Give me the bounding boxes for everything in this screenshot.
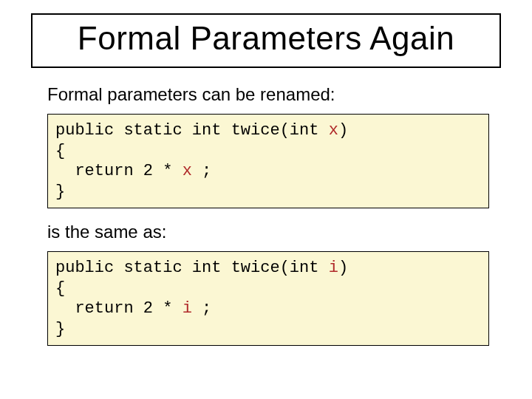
- slide: Formal Parameters Again Formal parameter…: [0, 0, 532, 399]
- code1-sig-suffix: ): [338, 121, 348, 140]
- code1-return-suffix: ;: [192, 162, 211, 180]
- title-box: Formal Parameters Again: [31, 13, 501, 68]
- code2-param: i: [329, 259, 338, 277]
- code-block-1: public static int twice(int x) { return …: [47, 114, 489, 208]
- slide-title: Formal Parameters Again: [46, 21, 486, 56]
- code1-sig-prefix: public static int twice(int: [55, 121, 329, 140]
- code2-return-prefix: return 2 *: [55, 299, 183, 318]
- code2-sig-prefix: public static int twice(int: [55, 259, 329, 277]
- code1-open-brace: {: [55, 142, 65, 160]
- code-block-2: public static int twice(int i) { return …: [47, 251, 489, 346]
- between-text: is the same as:: [47, 222, 489, 242]
- code2-return-param: i: [183, 299, 192, 318]
- code1-return-prefix: return 2 *: [55, 162, 183, 180]
- code1-return-param: x: [183, 162, 192, 180]
- intro-text: Formal parameters can be renamed:: [47, 84, 489, 105]
- code1-param: x: [329, 121, 338, 140]
- slide-body: Formal parameters can be renamed: public…: [22, 84, 510, 346]
- code1-close-brace: }: [55, 183, 65, 201]
- code2-sig-suffix: ): [338, 259, 348, 277]
- code2-close-brace: }: [55, 320, 65, 338]
- code2-open-brace: {: [55, 279, 65, 298]
- code2-return-suffix: ;: [192, 299, 211, 318]
